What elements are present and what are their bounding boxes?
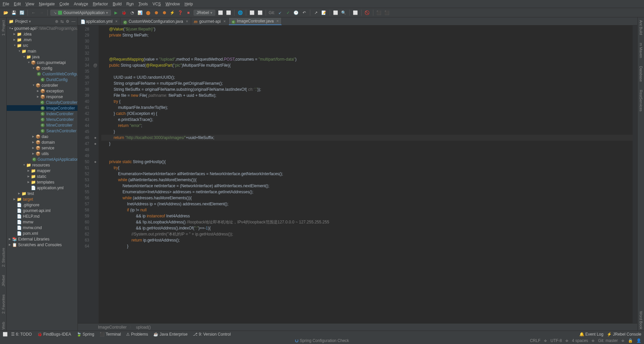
menu-vcs[interactable]: VCS	[153, 2, 161, 6]
tool-icon-5[interactable]: ❓	[177, 10, 183, 16]
tool-icon-12[interactable]: ⬜	[333, 10, 339, 16]
tab-application-yml[interactable]: 📄application.yml×	[78, 18, 120, 25]
tool-icon-14[interactable]: 🚫	[364, 10, 370, 16]
tree-item-test[interactable]: ▶📁test	[7, 191, 77, 196]
lock-icon[interactable]: 🔒	[628, 338, 633, 343]
menu-tools[interactable]: Tools	[139, 2, 148, 6]
menu-build[interactable]: Build	[113, 2, 122, 6]
menu-view[interactable]: View	[25, 2, 34, 6]
menu-file[interactable]: File	[3, 2, 9, 6]
event-log[interactable]: 🔔 Event Log	[579, 332, 603, 337]
tree-item-service[interactable]: ▶📦service	[7, 145, 77, 151]
menu-run[interactable]: Run	[126, 2, 134, 6]
tw-terminal[interactable]: ⬛ Terminal	[100, 332, 121, 337]
tree-item-src[interactable]: ▼📁src	[7, 43, 77, 48]
locate-icon[interactable]: ⊕	[55, 19, 58, 24]
menu-edit[interactable]: Edit	[14, 2, 21, 6]
tool-icon-2[interactable]: ⬣	[153, 10, 159, 16]
tool-icon-6[interactable]: ⬜	[217, 10, 223, 16]
back-icon[interactable]: ←	[31, 10, 37, 16]
breadcrumb-method[interactable]: upload()	[136, 325, 151, 330]
git-update-icon[interactable]: ↙	[277, 10, 283, 16]
tw-favorites[interactable]: 2: Favorites	[1, 293, 5, 315]
tree-item-response[interactable]: ▶📦response	[7, 94, 77, 99]
tw-jrebel[interactable]: JRebel	[1, 274, 5, 288]
line-sep[interactable]: CRLF	[530, 338, 540, 343]
tree-item-java[interactable]: ▼📁java	[7, 54, 77, 60]
tw-6--todo[interactable]: ☰ 6: TODO	[11, 332, 32, 337]
run-config-selector[interactable]: ↘ GourmetApiApplication ▾	[50, 10, 111, 16]
tree-item-help-md[interactable]: 📄HELP.md	[7, 213, 77, 219]
tool-icon-11[interactable]: 📝	[321, 10, 327, 16]
jrebel-console[interactable]: ⚡ JRebel Console	[607, 332, 641, 337]
tool-icon[interactable]: ⬤	[145, 10, 151, 16]
tree-item-gourmet-api[interactable]: ▼▪gourmet-api F:\WeChatProgram\gourm	[7, 25, 77, 31]
tree-item-controller[interactable]: ▼📦controller	[7, 82, 77, 88]
tree-item-dao[interactable]: ▶📦dao	[7, 134, 77, 139]
tw-java-enterprise[interactable]: ☕ Java Enterprise	[153, 332, 187, 337]
tree-item-mvnw-cmd[interactable]: 📄mvnw.cmd	[7, 225, 77, 230]
tab-customwebconfiguration-java[interactable]: CCustomWebConfiguration.java×	[120, 18, 191, 25]
tool-icon-10[interactable]: ↗	[313, 10, 319, 16]
tool-icon-16[interactable]: ⬛	[384, 10, 390, 16]
collapse-icon[interactable]: ⇆	[60, 19, 64, 24]
tree-item-domain[interactable]: ▶📦domain	[7, 139, 77, 145]
tree-item-exception[interactable]: ▶📦exception	[7, 88, 77, 94]
tree-item-minecontroller[interactable]: CMineController	[7, 122, 77, 128]
save-icon[interactable]: 💾	[11, 10, 17, 16]
tool-icon-7[interactable]: ⬜	[225, 10, 231, 16]
stop-icon[interactable]: ■	[185, 10, 192, 16]
breadcrumb-class[interactable]: ImageController	[98, 325, 126, 330]
tool-icon-13[interactable]: ⬜	[353, 10, 359, 16]
encoding[interactable]: UTF-8	[550, 338, 562, 343]
tw-structure[interactable]: 2: Structure	[1, 247, 5, 268]
project-tree[interactable]: ▼▪gourmet-api F:\WeChatProgram\gourm▶📁.i…	[7, 25, 77, 331]
settings-icon[interactable]: ⚙	[66, 19, 69, 24]
git-commit-icon[interactable]: ✓	[285, 10, 291, 16]
editor-scrollbar[interactable]	[633, 25, 637, 323]
tool-icon-15[interactable]: ⬛	[376, 10, 382, 16]
browser-icon[interactable]: 🌐	[237, 10, 243, 16]
breadcrumb[interactable]: ImageController 〉 upload()	[78, 323, 637, 331]
tree-item-scratches-and-consoles[interactable]: ▶📋Scratches and Consoles	[7, 242, 77, 248]
tw-maven[interactable]: m Maven	[639, 42, 643, 59]
git-history-icon[interactable]: 🕐	[293, 10, 299, 16]
hide-icon[interactable]: —	[71, 19, 75, 24]
menu-code[interactable]: Code	[59, 2, 69, 6]
tree-item-menucontroller[interactable]: CMenuController	[7, 117, 77, 122]
tree-item-external-libraries[interactable]: ▶📚External Libraries	[7, 236, 77, 242]
line-numbers[interactable]: 2829303132333435363738394041424344454647…	[78, 25, 92, 323]
tw-problems[interactable]: ⚠ Problems	[126, 332, 148, 337]
menu-analyze[interactable]: Analyze	[74, 2, 88, 6]
code-content[interactable]: @Value("${user.filepath}") private Strin…	[99, 25, 633, 323]
sync-icon[interactable]: 🔄	[19, 10, 25, 16]
tab-gourmet-api[interactable]: mgourmet-api×	[191, 18, 229, 25]
menu-refactor[interactable]: Refactor	[93, 2, 108, 6]
tw-wordbook[interactable]: Word Book	[639, 310, 643, 331]
menu-navigate[interactable]: Navigate	[39, 2, 55, 6]
tree-item-mapper[interactable]: ▶📁mapper	[7, 168, 77, 174]
project-panel-title[interactable]: 📁Project▾	[9, 19, 55, 24]
menu-help[interactable]: Help	[184, 2, 193, 6]
tab-imagecontroller-java[interactable]: CImageController.java×	[229, 18, 282, 25]
tree-item-main[interactable]: ▼📁main	[7, 48, 77, 54]
debug-icon[interactable]: 🐞	[121, 10, 127, 16]
tw-database[interactable]: Database	[639, 65, 643, 83]
gutter-marks[interactable]: @●●●	[92, 25, 99, 323]
profile-icon[interactable]: 📊	[137, 10, 143, 16]
tree-item-application-yml[interactable]: 📄application.yml	[7, 185, 77, 191]
tree-item-duridconfig[interactable]: CDuridConfig	[7, 77, 77, 82]
tw-project[interactable]: 1: Project	[1, 19, 5, 37]
tree-item-imagecontroller[interactable]: CImageController	[7, 105, 77, 111]
git-revert-icon[interactable]: ↶	[301, 10, 307, 16]
tree-item-mvnw[interactable]: 📄mvnw	[7, 219, 77, 225]
tree-item-pom-xml[interactable]: 📄pom.xml	[7, 230, 77, 236]
tree-item-resources[interactable]: ▼📁resources	[7, 162, 77, 168]
forward-icon[interactable]: →	[39, 10, 45, 16]
tw-ant[interactable]: Ant Build	[639, 19, 643, 36]
editor[interactable]: 2829303132333435363738394041424344454647…	[78, 25, 637, 323]
git-branch[interactable]: Git: master	[598, 338, 618, 343]
tree-item-config[interactable]: ▼📦config	[7, 65, 77, 71]
tree-item-utils[interactable]: ▶📦utils	[7, 151, 77, 156]
tree-item-indexcontroller[interactable]: CIndexController	[7, 111, 77, 117]
